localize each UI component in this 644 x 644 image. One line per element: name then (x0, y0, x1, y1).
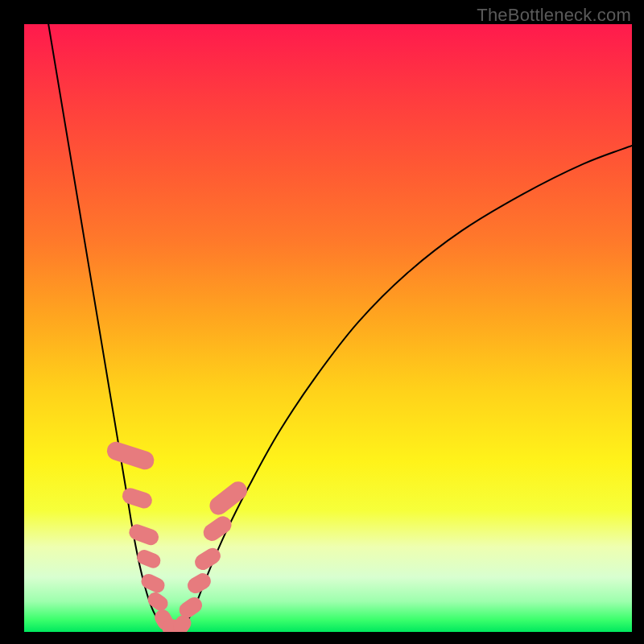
sample-marker (145, 589, 171, 613)
markers-layer (105, 440, 251, 632)
sample-marker (134, 547, 163, 570)
sample-marker (105, 440, 156, 472)
watermark-text: TheBottleneck.com (477, 5, 631, 26)
sample-marker (200, 513, 235, 544)
sample-marker (139, 572, 167, 595)
sample-marker (184, 571, 213, 597)
chart-overlay (24, 24, 632, 632)
chart-frame: TheBottleneck.com (0, 0, 644, 644)
sample-marker (206, 478, 251, 518)
plot-area (24, 24, 632, 632)
